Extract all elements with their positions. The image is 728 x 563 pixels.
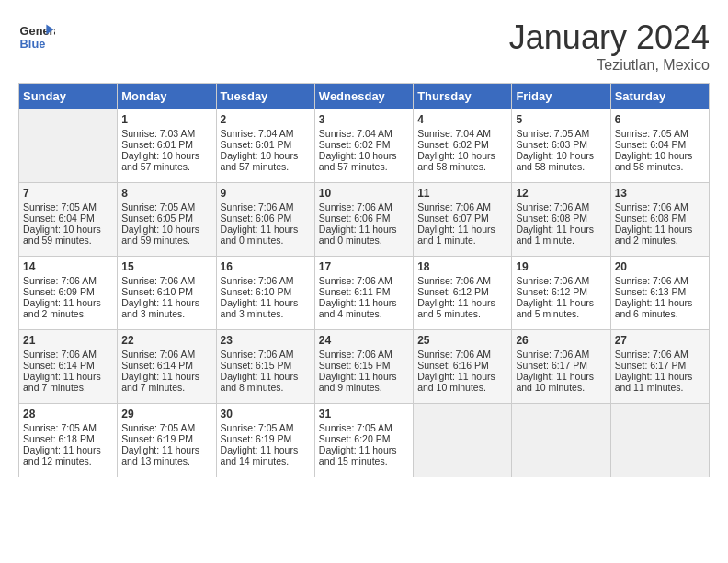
calendar-table: SundayMondayTuesdayWednesdayThursdayFrid…	[18, 83, 710, 477]
sunset-text: Sunset: 6:07 PM	[417, 213, 507, 224]
day-number: 31	[319, 408, 409, 420]
sunrise-text: Sunrise: 7:05 AM	[615, 128, 705, 139]
sunset-text: Sunset: 6:09 PM	[23, 286, 113, 297]
sunset-text: Sunset: 6:01 PM	[221, 139, 311, 150]
day-number: 24	[319, 334, 409, 347]
calendar-cell: 20Sunrise: 7:06 AMSunset: 6:13 PMDayligh…	[610, 257, 709, 330]
sunrise-text: Sunrise: 7:06 AM	[221, 275, 311, 286]
sunset-text: Sunset: 6:05 PM	[121, 213, 211, 224]
calendar-cell	[414, 404, 512, 477]
day-number: 7	[23, 187, 113, 200]
sunset-text: Sunset: 6:17 PM	[615, 360, 705, 371]
day-number: 8	[121, 187, 211, 200]
calendar-cell: 22Sunrise: 7:06 AMSunset: 6:14 PMDayligh…	[118, 330, 216, 404]
calendar-cell: 3Sunrise: 7:04 AMSunset: 6:02 PMDaylight…	[314, 109, 413, 183]
header-tuesday: Tuesday	[216, 84, 314, 109]
calendar-cell: 6Sunrise: 7:05 AMSunset: 6:04 PMDaylight…	[610, 109, 709, 183]
calendar-cell: 15Sunrise: 7:06 AMSunset: 6:10 PMDayligh…	[118, 257, 216, 330]
sunrise-text: Sunrise: 7:05 AM	[516, 128, 606, 139]
sunrise-text: Sunrise: 7:06 AM	[319, 349, 409, 360]
day-number: 27	[615, 334, 705, 347]
sunset-text: Sunset: 6:10 PM	[221, 286, 311, 297]
sunrise-text: Sunrise: 7:04 AM	[221, 128, 311, 139]
sunrise-text: Sunrise: 7:06 AM	[221, 349, 311, 360]
sunrise-text: Sunrise: 7:06 AM	[221, 201, 311, 213]
sunset-text: Sunset: 6:04 PM	[23, 213, 113, 224]
calendar-week-row: 1Sunrise: 7:03 AMSunset: 6:01 PMDaylight…	[19, 109, 710, 183]
calendar-cell: 10Sunrise: 7:06 AMSunset: 6:06 PMDayligh…	[314, 183, 413, 257]
day-number: 15	[121, 260, 211, 273]
logo: General Blue	[18, 18, 59, 55]
location-subtitle: Teziutlan, Mexico	[509, 57, 710, 74]
sunset-text: Sunset: 6:04 PM	[615, 139, 705, 150]
daylight-text: Daylight: 11 hours and 5 minutes.	[417, 297, 507, 319]
sunset-text: Sunset: 6:02 PM	[319, 139, 409, 150]
daylight-text: Daylight: 11 hours and 13 minutes.	[121, 444, 211, 466]
calendar-cell: 30Sunrise: 7:05 AMSunset: 6:19 PMDayligh…	[216, 404, 314, 477]
daylight-text: Daylight: 11 hours and 5 minutes.	[516, 297, 606, 319]
month-title: January 2024	[509, 18, 710, 57]
sunset-text: Sunset: 6:14 PM	[121, 360, 211, 371]
sunset-text: Sunset: 6:10 PM	[121, 286, 211, 297]
sunset-text: Sunset: 6:19 PM	[121, 433, 211, 444]
header-thursday: Thursday	[414, 84, 512, 109]
calendar-cell: 23Sunrise: 7:06 AMSunset: 6:15 PMDayligh…	[216, 330, 314, 404]
calendar-cell	[512, 404, 610, 477]
daylight-text: Daylight: 11 hours and 8 minutes.	[221, 371, 311, 393]
calendar-cell	[610, 404, 709, 477]
sunrise-text: Sunrise: 7:05 AM	[23, 422, 113, 433]
calendar-cell: 1Sunrise: 7:03 AMSunset: 6:01 PMDaylight…	[118, 109, 216, 183]
daylight-text: Daylight: 11 hours and 14 minutes.	[221, 444, 311, 466]
sunset-text: Sunset: 6:08 PM	[516, 213, 606, 224]
day-number: 12	[516, 187, 606, 200]
sunrise-text: Sunrise: 7:05 AM	[319, 422, 409, 433]
sunset-text: Sunset: 6:16 PM	[417, 360, 507, 371]
daylight-text: Daylight: 10 hours and 57 minutes.	[121, 150, 211, 172]
calendar-cell: 25Sunrise: 7:06 AMSunset: 6:16 PMDayligh…	[414, 330, 512, 404]
sunset-text: Sunset: 6:15 PM	[221, 360, 311, 371]
day-number: 26	[516, 334, 606, 347]
sunset-text: Sunset: 6:18 PM	[23, 433, 113, 444]
calendar-cell: 18Sunrise: 7:06 AMSunset: 6:12 PMDayligh…	[414, 257, 512, 330]
sunrise-text: Sunrise: 7:05 AM	[121, 422, 211, 433]
sunset-text: Sunset: 6:17 PM	[516, 360, 606, 371]
day-number: 16	[221, 260, 311, 273]
calendar-week-row: 14Sunrise: 7:06 AMSunset: 6:09 PMDayligh…	[19, 257, 710, 330]
sunrise-text: Sunrise: 7:06 AM	[319, 275, 409, 286]
day-number: 1	[121, 113, 211, 126]
sunset-text: Sunset: 6:06 PM	[319, 213, 409, 224]
calendar-cell: 27Sunrise: 7:06 AMSunset: 6:17 PMDayligh…	[610, 330, 709, 404]
daylight-text: Daylight: 11 hours and 9 minutes.	[319, 371, 409, 393]
calendar-week-row: 28Sunrise: 7:05 AMSunset: 6:18 PMDayligh…	[19, 404, 710, 477]
day-number: 28	[23, 408, 113, 420]
day-number: 10	[319, 187, 409, 200]
day-number: 4	[417, 113, 507, 126]
day-number: 20	[615, 260, 705, 273]
sunset-text: Sunset: 6:01 PM	[121, 139, 211, 150]
calendar-cell: 16Sunrise: 7:06 AMSunset: 6:10 PMDayligh…	[216, 257, 314, 330]
sunrise-text: Sunrise: 7:06 AM	[615, 349, 705, 360]
sunrise-text: Sunrise: 7:06 AM	[121, 275, 211, 286]
daylight-text: Daylight: 11 hours and 10 minutes.	[417, 371, 507, 393]
calendar-cell: 14Sunrise: 7:06 AMSunset: 6:09 PMDayligh…	[19, 257, 118, 330]
sunrise-text: Sunrise: 7:04 AM	[417, 128, 507, 139]
day-number: 30	[221, 408, 311, 420]
daylight-text: Daylight: 11 hours and 0 minutes.	[221, 224, 311, 246]
page-header: General Blue January 2024 Teziutlan, Mex…	[18, 18, 710, 74]
daylight-text: Daylight: 10 hours and 57 minutes.	[319, 150, 409, 172]
sunrise-text: Sunrise: 7:06 AM	[121, 349, 211, 360]
logo-icon: General Blue	[18, 18, 55, 55]
day-number: 22	[121, 334, 211, 347]
sunrise-text: Sunrise: 7:06 AM	[516, 275, 606, 286]
calendar-week-row: 21Sunrise: 7:06 AMSunset: 6:14 PMDayligh…	[19, 330, 710, 404]
header-monday: Monday	[118, 84, 216, 109]
calendar-cell: 7Sunrise: 7:05 AMSunset: 6:04 PMDaylight…	[19, 183, 118, 257]
daylight-text: Daylight: 11 hours and 7 minutes.	[23, 371, 113, 393]
calendar-cell: 21Sunrise: 7:06 AMSunset: 6:14 PMDayligh…	[19, 330, 118, 404]
header-friday: Friday	[512, 84, 610, 109]
calendar-cell: 31Sunrise: 7:05 AMSunset: 6:20 PMDayligh…	[314, 404, 413, 477]
calendar-cell: 13Sunrise: 7:06 AMSunset: 6:08 PMDayligh…	[610, 183, 709, 257]
day-number: 6	[615, 113, 705, 126]
daylight-text: Daylight: 10 hours and 57 minutes.	[221, 150, 311, 172]
daylight-text: Daylight: 11 hours and 2 minutes.	[23, 297, 113, 319]
